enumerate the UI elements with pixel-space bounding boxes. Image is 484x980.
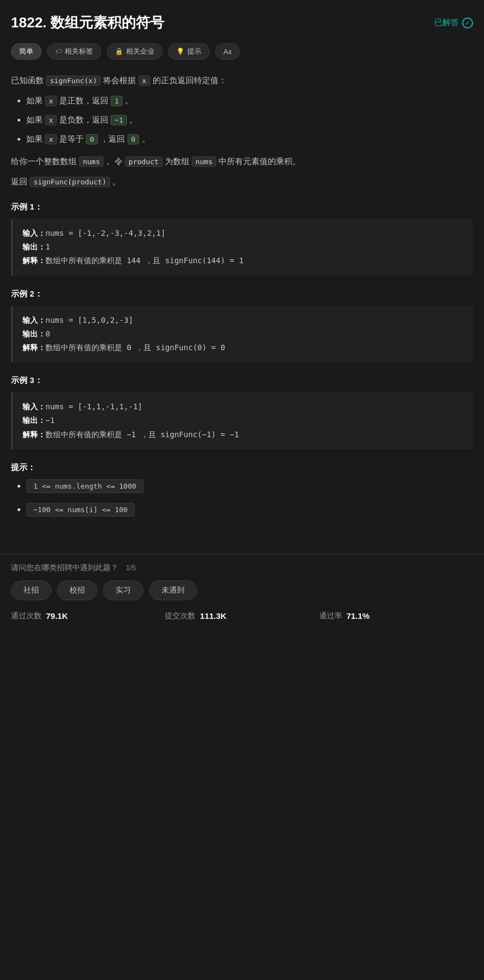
tag-hint-label: 提示 [187, 47, 201, 56]
stat-pass-value: 79.1K [46, 611, 68, 621]
footer: 请问您在哪类招聘中遇到此题？ 1/5 社招 校招 实习 未遇到 通过次数 79.… [0, 554, 484, 632]
solved-check-icon: ✓ [462, 18, 473, 28]
stat-pass-rate: 通过率 71.1% [319, 611, 473, 621]
code-nums-1: nums [79, 156, 103, 167]
problem-description: 已知函数 signFunc(x) 将会根据 x 的正负返回特定值： 如果 x 是… [11, 73, 473, 189]
tag-related-company-label: 相关企业 [126, 47, 154, 56]
stat-pass-count: 通过次数 79.1K [11, 611, 165, 621]
code-val-0a: 0 [86, 134, 98, 144]
tag-related-tags[interactable]: 🏷 相关标签 [47, 43, 101, 60]
rule-3: 如果 x 是等于 0 ，返回 0 。 [26, 131, 473, 146]
tag-font[interactable]: Ax [215, 43, 240, 60]
example-2-explain: 解释：数组中所有值的乘积是 0 ，且 signFunc(0) = 0 [22, 341, 463, 355]
code-val-1: 1 [111, 96, 123, 106]
code-product: product [125, 156, 163, 167]
example-3-output: 输出：−1 [22, 414, 463, 427]
recruit-btn-campus[interactable]: 校招 [57, 581, 97, 600]
constraint-code-2: −100 <= nums[i] <= 100 [26, 503, 135, 517]
tag-related-tags-label: 相关标签 [65, 47, 93, 56]
example-3-title: 示例 3： [11, 375, 473, 386]
recruit-btn-social[interactable]: 社招 [11, 581, 51, 600]
constraint-list: 1 <= nums.length <= 1000 −100 <= nums[i]… [11, 479, 473, 521]
tag-font-label: Ax [223, 48, 232, 56]
stat-pass-label: 通过次数 [11, 611, 42, 621]
stat-rate-label: 通过率 [319, 611, 342, 621]
code-x: x [139, 76, 151, 86]
hint-icon: 💡 [176, 48, 185, 55]
example-1-output: 输出：1 [22, 240, 463, 254]
example-2-title: 示例 2： [11, 289, 473, 299]
page-indicator: 1/5 [126, 564, 136, 572]
example-1-title: 示例 1： [11, 202, 473, 212]
rule-1: 如果 x 是正数，返回 1 。 [26, 93, 473, 108]
code-x-1: x [45, 96, 57, 106]
footer-question: 请问您在哪类招聘中遇到此题？ 1/5 [11, 563, 473, 573]
example-2-block: 输入：nums = [1,5,0,2,-3] 输出：0 解释：数组中所有值的乘积… [11, 306, 473, 363]
tag-icon: 🏷 [55, 48, 62, 55]
code-x-2: x [45, 115, 57, 125]
recruit-buttons: 社招 校招 实习 未遇到 [11, 581, 473, 600]
description-body2: 返回 signFunc(product) 。 [11, 174, 473, 189]
example-1-input: 输入：nums = [-1,-2,-3,-4,3,2,1] [22, 227, 463, 240]
code-val-0b: 0 [128, 134, 140, 144]
recruit-btn-none[interactable]: 未遇到 [149, 581, 197, 600]
stat-submit-value: 111.3K [200, 611, 226, 621]
tags-bar: 简单 🏷 相关标签 🔒 相关企业 💡 提示 Ax [11, 43, 473, 60]
example-2-input: 输入：nums = [1,5,0,2,-3] [22, 314, 463, 327]
tag-difficulty-label: 简单 [19, 47, 33, 56]
stat-rate-value: 71.1% [347, 611, 370, 621]
constraint-item-2: −100 <= nums[i] <= 100 [26, 503, 473, 521]
stats-bar: 通过次数 79.1K 提交次数 111.3K 通过率 71.1% [11, 611, 473, 621]
tag-related-company[interactable]: 🔒 相关企业 [107, 43, 163, 60]
problem-header: 1822. 数组元素积的符号 已解答 ✓ [11, 13, 473, 32]
description-intro: 已知函数 signFunc(x) 将会根据 x 的正负返回特定值： [11, 73, 473, 88]
example-2-output: 输出：0 [22, 327, 463, 341]
constraint-item-1: 1 <= nums.length <= 1000 [26, 479, 473, 497]
example-1-explain: 解释：数组中所有值的乘积是 144 ，且 signFunc(144) = 1 [22, 254, 463, 268]
constraints-title: 提示： [11, 462, 473, 473]
description-body1: 给你一个整数数组 nums 。令 product 为数组 nums 中所有元素值… [11, 154, 473, 169]
code-x-3: x [45, 134, 57, 144]
rule-2: 如果 x 是负数，返回 −1 。 [26, 112, 473, 127]
question-text: 请问您在哪类招聘中遇到此题？ [11, 563, 118, 573]
solved-badge: 已解答 ✓ [434, 18, 473, 28]
constraint-code-1: 1 <= nums.length <= 1000 [26, 479, 143, 493]
example-3-block: 输入：nums = [-1,1,-1,1,-1] 输出：−1 解释：数组中所有值… [11, 392, 473, 449]
recruit-btn-intern[interactable]: 实习 [103, 581, 143, 600]
rules-list: 如果 x 是正数，返回 1 。 如果 x 是负数，返回 −1 。 如果 x 是等… [11, 93, 473, 146]
code-signfunc-product: signFunc(product) [30, 177, 110, 187]
tag-difficulty[interactable]: 简单 [11, 43, 42, 60]
problem-title: 1822. 数组元素积的符号 [11, 13, 164, 32]
constraints-section: 提示： 1 <= nums.length <= 1000 −100 <= num… [11, 462, 473, 521]
lock-icon: 🔒 [115, 48, 123, 55]
stat-submit-count: 提交次数 111.3K [165, 611, 319, 621]
solved-label: 已解答 [434, 18, 459, 28]
code-val-neg1: −1 [111, 115, 127, 125]
stat-submit-label: 提交次数 [165, 611, 195, 621]
example-3-input: 输入：nums = [-1,1,-1,1,-1] [22, 400, 463, 414]
code-signfunc: signFunc(x) [46, 76, 101, 86]
code-nums-2: nums [192, 156, 216, 167]
example-1-block: 输入：nums = [-1,-2,-3,-4,3,2,1] 输出：1 解释：数组… [11, 219, 473, 276]
example-3-explain: 解释：数组中所有值的乘积是 −1 ，且 signFunc(−1) = −1 [22, 428, 463, 442]
tag-hint[interactable]: 💡 提示 [168, 43, 210, 60]
